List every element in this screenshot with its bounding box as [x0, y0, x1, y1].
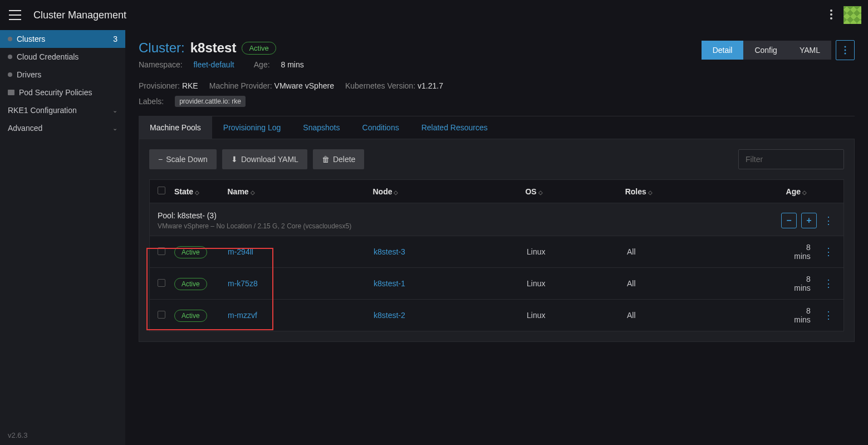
button-label: Scale Down	[166, 155, 208, 164]
col-name[interactable]: Name	[228, 187, 249, 196]
row-menu-icon[interactable]: ⋮	[822, 246, 836, 258]
scale-down-button[interactable]: −Scale Down	[149, 149, 217, 169]
button-label: Download YAML	[241, 155, 298, 164]
topbar: Cluster Management	[0, 0, 868, 30]
svg-point-1	[830, 13, 832, 16]
delete-button[interactable]: 🗑Delete	[313, 149, 364, 169]
provisioner-label: Provisioner:	[139, 81, 180, 90]
sidebar-item-cloud-credentials[interactable]: Cloud Credentials	[0, 48, 125, 66]
filter-input[interactable]	[738, 149, 844, 169]
chevron-down-icon: ⌄	[112, 125, 117, 132]
dot-icon	[8, 37, 12, 41]
pool-scale-down-button[interactable]: −	[781, 213, 797, 228]
subtab-machine-pools[interactable]: Machine Pools	[139, 116, 212, 139]
tab-detail[interactable]: Detail	[702, 41, 744, 60]
dot-icon	[8, 55, 12, 59]
label-chip: provider.cattle.io: rke	[175, 96, 246, 107]
download-yaml-button[interactable]: ⬇Download YAML	[222, 149, 307, 169]
sidebar-item-clusters[interactable]: Clusters 3	[0, 30, 125, 48]
sort-icon: ◇	[648, 189, 653, 195]
machine-name-link[interactable]: m-294ll	[228, 247, 253, 256]
svg-point-3	[845, 46, 846, 48]
table-header: State◇ Name◇ Node◇ OS◇ Roles◇ Age◇	[150, 180, 844, 203]
sort-icon: ◇	[394, 189, 398, 195]
roles-value: All	[627, 279, 788, 288]
subtab-related-resources[interactable]: Related Resources	[410, 116, 499, 139]
row-checkbox[interactable]	[158, 279, 165, 287]
k8s-label: Kubernetes Version:	[345, 81, 415, 90]
status-badge: Active	[242, 42, 276, 55]
col-roles[interactable]: Roles	[625, 187, 646, 196]
table-row: Active m-294ll k8stest-3 Linux All 8 min…	[150, 236, 844, 267]
sidebar: Clusters 3 Cloud Credentials Drivers Pod…	[0, 30, 125, 445]
roles-value: All	[627, 247, 788, 256]
trash-icon: 🗑	[322, 155, 330, 164]
app-title: Cluster Management	[33, 9, 126, 21]
subtab-conditions[interactable]: Conditions	[351, 116, 410, 139]
node-link[interactable]: k8stest-3	[374, 247, 405, 256]
svg-point-2	[830, 17, 832, 19]
row-menu-icon[interactable]: ⋮	[822, 277, 836, 290]
sidebar-item-count: 3	[113, 35, 117, 43]
node-link[interactable]: k8stest-2	[374, 311, 405, 320]
tab-config[interactable]: Config	[743, 41, 788, 60]
version-label: v2.6.3	[0, 426, 125, 445]
folder-icon	[8, 90, 14, 95]
minus-icon: −	[158, 155, 163, 164]
node-link[interactable]: k8stest-1	[374, 279, 405, 288]
cluster-prefix: Cluster:	[139, 40, 185, 56]
view-menu-button[interactable]	[836, 40, 855, 60]
state-pill: Active	[174, 310, 207, 322]
col-state[interactable]: State	[174, 187, 193, 196]
hamburger-icon[interactable]	[7, 8, 23, 22]
sidebar-item-advanced[interactable]: Advanced ⌄	[0, 119, 125, 137]
sidebar-item-rke1[interactable]: RKE1 Configuration ⌄	[0, 101, 125, 119]
namespace-link[interactable]: fleet-default	[193, 60, 234, 69]
sort-icon: ◇	[251, 189, 255, 195]
sidebar-item-label: Cloud Credentials	[17, 52, 79, 61]
labels-label: Labels:	[139, 97, 164, 106]
sidebar-item-label: Pod Security Policies	[19, 88, 92, 97]
row-checkbox[interactable]	[158, 247, 165, 255]
row-checkbox[interactable]	[158, 311, 165, 319]
chevron-down-icon: ⌄	[112, 107, 117, 114]
state-pill: Active	[174, 278, 207, 290]
machines-table: State◇ Name◇ Node◇ OS◇ Roles◇ Age◇ Pool:…	[149, 179, 844, 331]
button-label: Delete	[333, 155, 355, 164]
svg-point-5	[845, 53, 846, 55]
col-age[interactable]: Age	[786, 187, 801, 196]
sort-icon: ◇	[802, 189, 807, 195]
pool-menu-icon[interactable]: ⋮	[821, 214, 836, 227]
provider-label: Machine Provider:	[209, 81, 272, 90]
tab-yaml[interactable]: YAML	[788, 41, 831, 60]
machine-name-link[interactable]: m-k75z8	[228, 279, 258, 288]
os-value: Linux	[527, 247, 627, 256]
age-value: 8 mins	[788, 275, 811, 292]
subtab-snapshots[interactable]: Snapshots	[292, 116, 351, 139]
sidebar-item-pod-security[interactable]: Pod Security Policies	[0, 84, 125, 101]
os-value: Linux	[527, 279, 627, 288]
col-node[interactable]: Node	[372, 187, 392, 196]
cluster-name: k8stest	[190, 40, 237, 56]
table-row: Active m-k75z8 k8stest-1 Linux All 8 min…	[150, 267, 844, 299]
main-content: Cluster: k8stest Active Namespace: fleet…	[125, 30, 868, 445]
col-os[interactable]: OS	[525, 187, 536, 196]
age-value: 8 mins	[788, 243, 811, 261]
roles-value: All	[627, 311, 788, 320]
row-menu-icon[interactable]: ⋮	[822, 309, 836, 321]
machine-name-link[interactable]: m-mzzvf	[228, 311, 257, 320]
svg-point-4	[845, 50, 846, 51]
pool-title: Pool: k8stest- (3)	[158, 211, 351, 220]
sidebar-item-drivers[interactable]: Drivers	[0, 66, 125, 84]
logo-icon[interactable]	[844, 6, 861, 24]
age-value: 8 mins	[281, 60, 303, 69]
topbar-menu-icon[interactable]	[827, 6, 836, 25]
provider-value: VMware vSphere	[274, 81, 334, 90]
subtab-provisioning-log[interactable]: Provisioning Log	[212, 116, 292, 139]
table-row: Active m-mzzvf k8stest-2 Linux All 8 min…	[150, 299, 844, 331]
k8s-value: v1.21.7	[418, 81, 443, 90]
download-icon: ⬇	[231, 155, 238, 164]
svg-point-0	[830, 9, 832, 12]
pool-scale-up-button[interactable]: +	[801, 213, 817, 228]
select-all-checkbox[interactable]	[158, 187, 165, 194]
